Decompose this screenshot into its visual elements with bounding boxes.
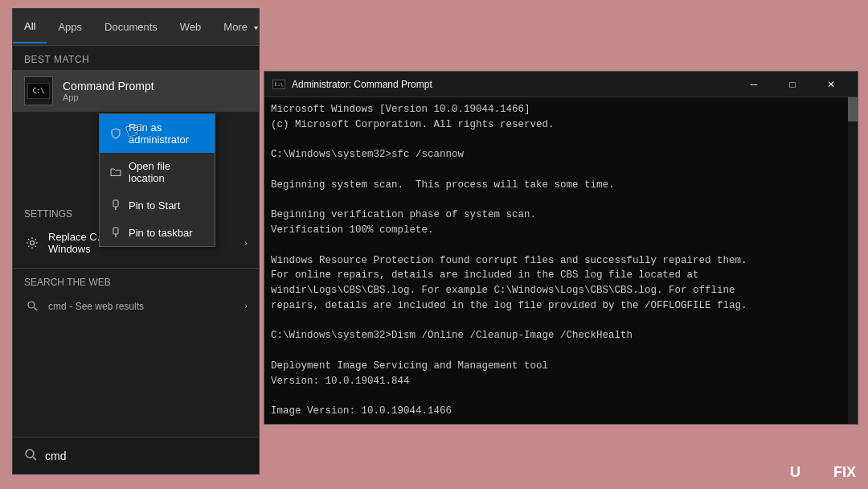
search-bottom-icon [24,448,37,464]
settings-icon [24,235,40,251]
tab-web[interactable]: Web [169,11,213,43]
tab-documents[interactable]: Documents [93,11,169,43]
svg-rect-2 [113,228,118,234]
context-open-location[interactable]: Open file location [100,153,215,191]
search-web-chevron-icon: › [244,301,248,310]
search-bar: cmd [13,437,259,474]
pin-taskbar-icon [109,226,122,239]
start-menu: All Apps Documents Web More ▾ Best match… [12,8,260,475]
tab-all-label: All [24,20,35,32]
context-pin-taskbar[interactable]: Pin to taskbar [100,219,215,246]
search-web-suffix: - See web results [69,301,144,312]
folder-icon [109,166,122,179]
context-run-admin[interactable]: Run as administrator [100,114,215,153]
search-web-text: cmd - See web results [48,300,144,312]
svg-rect-0 [113,200,118,207]
cmd-app-type: App [63,92,154,102]
start-tabs: All Apps Documents Web More ▾ [13,9,259,46]
chevron-right-icon: › [244,238,248,248]
search-web-item[interactable]: cmd - See web results › [24,293,248,318]
watermark-get: GET [802,464,832,481]
tab-more[interactable]: More ▾ [212,11,268,43]
tab-web-label: Web [180,21,202,33]
run-admin-label: Run as administrator [129,121,205,146]
search-input-value[interactable]: cmd [45,450,66,462]
watermark-u: U [790,464,800,481]
settings-item-text: Replace C...Windows [48,231,106,255]
best-match-label: Best match [13,46,259,70]
cmd-output: Microsoft Windows [Version 10.0.19044.14… [271,102,851,424]
tab-apps-label: Apps [58,21,82,33]
cmd-app-name: Command Prompt [63,80,154,92]
svg-line-8 [33,457,36,460]
svg-point-7 [26,450,34,458]
close-button[interactable]: ✕ [813,72,850,97]
search-web-icon [24,298,40,314]
search-web-section: Search the web cmd - See web results › [13,268,259,322]
pin-start-label: Pin to Start [129,199,180,212]
pin-taskbar-label: Pin to taskbar [129,227,193,239]
pin-start-icon [109,199,122,212]
context-pin-start[interactable]: Pin to Start [100,191,215,219]
maximize-button[interactable]: □ [774,72,811,97]
svg-point-5 [28,302,35,308]
cmd-result-item[interactable]: C:\ Command Prompt App [13,70,259,112]
cmd-app-icon: C:\ [24,76,53,105]
cmd-titlebar-title: Administrator: Command Prompt [292,79,729,90]
scrollbar-thumb[interactable] [848,97,858,121]
watermark: U GET FIX [790,464,856,481]
tab-all[interactable]: All [13,10,47,43]
open-location-label: Open file location [129,160,205,184]
minimize-button[interactable]: ─ [735,72,772,97]
tab-more-label: More [223,21,248,33]
search-web-label: Search the web [24,277,248,288]
shield-icon [109,127,122,140]
svg-line-6 [35,308,38,311]
watermark-fix: FIX [833,464,856,481]
cmd-window: C:\ Administrator: Command Prompt ─ □ ✕ … [264,71,858,425]
cmd-titlebar-icon: C:\ [272,80,285,89]
cmd-content: Microsoft Windows [Version 10.0.19044.14… [264,97,858,424]
chevron-down-icon: ▾ [254,23,258,32]
scrollbar[interactable] [848,97,858,424]
tab-documents-label: Documents [104,21,158,33]
tab-apps[interactable]: Apps [47,11,93,43]
context-menu: Run as administrator Open file location … [99,113,215,247]
svg-point-4 [31,241,35,245]
cmd-titlebar: C:\ Administrator: Command Prompt ─ □ ✕ [264,72,858,97]
cmd-titlebar-controls: ─ □ ✕ [735,72,850,97]
